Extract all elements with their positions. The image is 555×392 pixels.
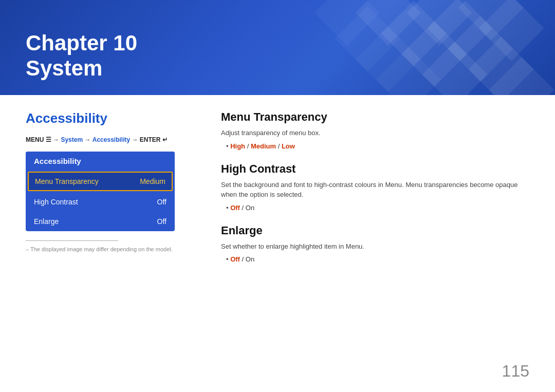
menu-path-system: System [61, 136, 83, 143]
option-low: Low [282, 142, 295, 150]
enlarge-heading: Enlarge [221, 224, 529, 237]
menu-path-enter: ENTER ↵ [140, 136, 168, 143]
option-on: On [246, 204, 254, 212]
ui-menu-box: Accessibility Menu Transparency Medium H… [26, 152, 175, 231]
menu-path-arrow1: → [53, 136, 61, 143]
menu-transparency-options: High / Medium / Low [221, 142, 529, 150]
accessibility-title: Accessibility [26, 110, 200, 126]
system-label: System [26, 56, 137, 81]
high-contrast-desc: Set the background and font to high-cont… [221, 180, 529, 200]
section-enlarge: Enlarge Set whether to enlarge highlight… [221, 224, 529, 264]
option-item: High / Medium / Low [226, 142, 529, 150]
option-off2: Off [230, 255, 240, 263]
option-sep: / [242, 204, 246, 212]
option-medium: Medium [251, 142, 276, 150]
enlarge-desc: Set whether to enlarge highlighted item … [221, 241, 529, 252]
note-text: – The displayed image may differ dependi… [26, 246, 200, 252]
divider [26, 240, 118, 241]
enlarge-value: Off [157, 217, 166, 226]
contrast-value: Off [157, 198, 166, 206]
ui-menu-item-enlarge[interactable]: Enlarge Off [26, 212, 175, 231]
high-contrast-options: Off / On [221, 204, 529, 212]
ui-menu-item-transparency[interactable]: Menu Transparency Medium [28, 172, 173, 191]
menu-path-prefix: MENU ☰ [26, 136, 51, 143]
transparency-label: Menu Transparency [35, 177, 99, 185]
option-high: High [230, 142, 245, 150]
section-high-contrast: High Contrast Set the background and fon… [221, 162, 529, 212]
transparency-value: Medium [140, 177, 165, 185]
option-sep1: / [247, 142, 251, 150]
enlarge-label: Enlarge [34, 217, 59, 226]
option-item: Off / On [226, 255, 529, 263]
menu-path-arrow2: → [84, 136, 92, 143]
right-column: Menu Transparency Adjust transparency of… [221, 110, 529, 275]
high-contrast-heading: High Contrast [221, 162, 529, 176]
contrast-label: High Contrast [34, 198, 78, 206]
option-item: Off / On [226, 204, 529, 212]
chapter-title: Chapter 10 System [26, 31, 137, 81]
ui-menu-header: Accessibility [26, 152, 175, 171]
menu-path-arrow3: → [132, 136, 139, 143]
option-on2: On [246, 255, 254, 263]
main-content: Accessibility MENU ☰ → System → Accessib… [0, 95, 555, 286]
menu-transparency-desc: Adjust transparency of menu box. [221, 128, 529, 138]
menu-path-accessibility: Accessibility [92, 136, 130, 143]
page-number: 115 [502, 362, 529, 381]
chapter-label: Chapter 10 [26, 31, 137, 55]
menu-path: MENU ☰ → System → Accessibility → ENTER … [26, 136, 200, 144]
ui-menu-item-contrast[interactable]: High Contrast Off [26, 192, 175, 212]
menu-transparency-heading: Menu Transparency [221, 110, 529, 124]
option-sep3: / [242, 255, 246, 263]
section-menu-transparency: Menu Transparency Adjust transparency of… [221, 110, 529, 150]
option-off: Off [230, 204, 240, 212]
page-header: Chapter 10 System [0, 0, 555, 95]
left-column: Accessibility MENU ☰ → System → Accessib… [26, 110, 200, 275]
option-sep2: / [278, 142, 282, 150]
enlarge-options: Off / On [221, 255, 529, 263]
